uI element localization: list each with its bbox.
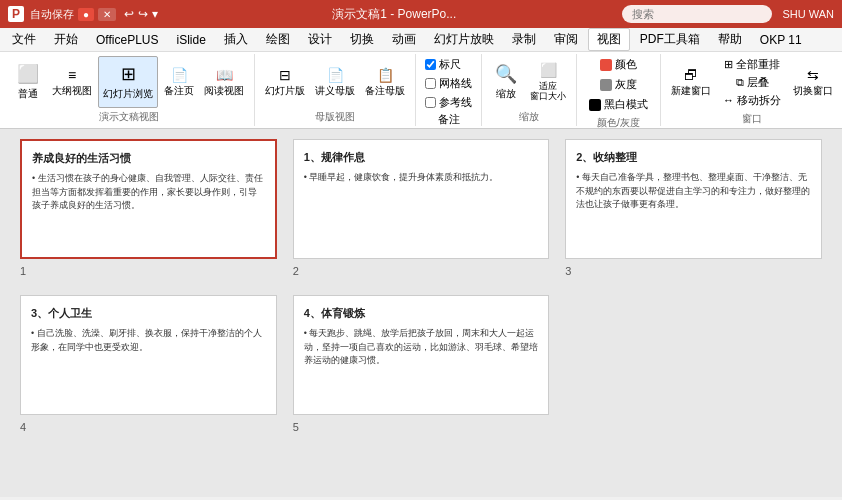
ribbon-content: ⬜ 普通 ≡ 大纲视图 ⊞ 幻灯片浏览 📄 备注页 📖 阅读视图 [0,52,842,128]
btn-notes[interactable]: 备注 [432,111,466,128]
btn-slide-sorter[interactable]: ⊞ 幻灯片浏览 [98,56,158,108]
group-label-master: 母版视图 [315,108,355,124]
color-swatch-black [589,99,601,111]
menu-okp[interactable]: OKP 11 [752,31,810,49]
slide-3-title: 2、收纳整理 [576,150,811,165]
group-label-window: 窗口 [742,110,762,126]
ribbon-group-color: 颜色 灰度 黑白模式 颜色/灰度 [577,54,661,126]
ribbon-group-master-views: ⊟ 幻灯片版 📄 讲义母版 📋 备注母版 母版视图 [255,54,416,126]
ribbon-group-window: 🗗 新建窗口 ⊞ 全部重排 ⧉ 层叠 ↔ [661,54,842,126]
ribbon-buttons-zoom: 🔍 缩放 ⬜ 适应窗口大小 [488,56,570,108]
btn-normal[interactable]: ⬜ 普通 [10,56,46,108]
ribbon-group-show: 标尺 网格线 参考线 备注 显示 [416,54,482,126]
menu-draw[interactable]: 绘图 [258,29,298,50]
color-swatch-red [600,59,612,71]
menu-officeplus[interactable]: OfficePLUS [88,31,166,49]
btn-zoom[interactable]: 🔍 缩放 [488,56,524,108]
handout-master-icon: 📄 [327,67,344,84]
notes-page-icon: 📄 [171,67,188,84]
move-split-icon: ↔ [723,94,734,107]
ribbon-group-zoom: 🔍 缩放 ⬜ 适应窗口大小 缩放 [482,54,577,126]
more-icon[interactable]: ▾ [152,7,158,21]
close-btn[interactable]: ✕ [98,8,116,21]
ruler-checkbox[interactable] [425,59,436,70]
btn-grayscale[interactable]: 灰度 [583,76,654,93]
btn-bw-mode[interactable]: 黑白模式 [583,96,654,113]
ribbon-buttons-views: ⬜ 普通 ≡ 大纲视图 ⊞ 幻灯片浏览 📄 备注页 📖 阅读视图 [10,56,248,108]
checkbox-guides[interactable]: 参考线 [422,94,475,111]
slide-4-body: • 自己洗脸、洗澡、刷牙排、换衣服，保持干净整洁的个人形象，在同学中也更受欢迎。 [31,327,266,354]
slide-2-title: 1、规律作息 [304,150,539,165]
slide-thumb-4[interactable]: 3、个人卫生 • 自己洗脸、洗澡、刷牙排、换衣服，保持干净整洁的个人形象，在同学… [20,295,277,415]
group-label-zoom: 缩放 [519,108,539,124]
outline-view-icon: ≡ [68,67,76,84]
slide-5-title: 4、体育锻炼 [304,306,539,321]
color-swatch-gray [600,79,612,91]
autosave-toggle[interactable]: ● [78,8,94,21]
title-bar: P 自动保存 ● ✕ ↩ ↪ ▾ 演示文稿1 - PowerPo... SHU … [0,0,842,28]
menu-transition[interactable]: 切换 [342,29,382,50]
btn-color[interactable]: 颜色 [583,56,654,73]
slide-master-icon: ⊟ [279,67,291,84]
switch-window-icon: ⇆ [807,67,819,84]
btn-new-window[interactable]: 🗗 新建窗口 [667,56,715,108]
guides-checkbox[interactable] [425,97,436,108]
btn-handout-master[interactable]: 📄 讲义母版 [311,56,359,108]
btn-fit-window[interactable]: ⬜ 适应窗口大小 [526,56,570,108]
slide-thumb-5[interactable]: 4、体育锻炼 • 每天跑步、跳绳、放学后把孩子放回，周末和大人一起运动，坚持一项… [293,295,550,415]
group-label-presentation: 演示文稿视图 [99,108,159,124]
undo-icon[interactable]: ↩ [124,7,134,21]
slide-5-body: • 每天跑步、跳绳、放学后把孩子放回，周末和大人一起运动，坚持一项自己喜欢的运动… [304,327,539,368]
menu-slideshow[interactable]: 幻灯片放映 [426,29,502,50]
username: SHU WAN [782,8,834,20]
slide-thumb-3[interactable]: 2、收纳整理 • 每天自己准备学具，整理书包、整理桌面、干净整洁、无不规约的东西… [565,139,822,259]
slide-4-title: 3、个人卫生 [31,306,266,321]
checkbox-ruler[interactable]: 标尺 [422,56,475,73]
zoom-icon: 🔍 [495,64,517,86]
slide-thumb-2[interactable]: 1、规律作息 • 早睡早起，健康饮食，提升身体素质和抵抗力。 [293,139,550,259]
btn-slide-master[interactable]: ⊟ 幻灯片版 [261,56,309,108]
cascade-icon: ⧉ [736,76,744,89]
slide-sorter-icon: ⊞ [121,64,136,86]
slide-wrapper-4: 3、个人卫生 • 自己洗脸、洗澡、刷牙排、换衣服，保持干净整洁的个人形象，在同学… [20,295,277,415]
btn-reading-view[interactable]: 📖 阅读视图 [200,56,248,108]
notes-master-icon: 📋 [377,67,394,84]
menu-review[interactable]: 审阅 [546,29,586,50]
slide-3-body: • 每天自己准备学具，整理书包、整理桌面、干净整洁、无不规约的东西要以帮促进自主… [576,171,811,212]
app-logo: P [8,6,24,22]
menu-pdf[interactable]: PDF工具箱 [632,29,708,50]
btn-move-split[interactable]: ↔ 移动拆分 [717,92,787,109]
btn-arrange-all[interactable]: ⊞ 全部重排 [717,56,787,73]
menu-design[interactable]: 设计 [300,29,340,50]
normal-view-icon: ⬜ [17,64,39,86]
slide-thumb-1[interactable]: 养成良好的生活习惯 • 生活习惯在孩子的身心健康、自我管理、人际交往、责任担当等… [20,139,277,259]
menu-animation[interactable]: 动画 [384,29,424,50]
menu-help[interactable]: 帮助 [710,29,750,50]
checkbox-grid[interactable]: 网格线 [422,75,475,92]
btn-outline-view[interactable]: ≡ 大纲视图 [48,56,96,108]
btn-notes-master[interactable]: 📋 备注母版 [361,56,409,108]
filename-title: 演示文稿1 - PowerPo... [166,6,622,23]
slide-wrapper-3: 2、收纳整理 • 每天自己准备学具，整理书包、整理桌面、干净整洁、无不规约的东西… [565,139,822,259]
grid-checkbox[interactable] [425,78,436,89]
redo-icon[interactable]: ↪ [138,7,148,21]
slide-5-number: 5 [293,421,299,433]
fit-window-icon: ⬜ [540,62,557,79]
slide-wrapper-1: 养成良好的生活习惯 • 生活习惯在孩子的身心健康、自我管理、人际交往、责任担当等… [20,139,277,259]
autosave-label: 自动保存 [30,7,74,22]
slide-2-body: • 早睡早起，健康饮食，提升身体素质和抵抗力。 [304,171,539,185]
menu-record[interactable]: 录制 [504,29,544,50]
btn-switch-window[interactable]: ⇆ 切换窗口 [789,56,837,108]
menu-view[interactable]: 视图 [588,28,630,51]
menu-bar: 文件 开始 OfficePLUS iSlide 插入 绘图 设计 切换 动画 幻… [0,28,842,52]
menu-insert[interactable]: 插入 [216,29,256,50]
btn-cascade[interactable]: ⧉ 层叠 [717,74,787,91]
menu-start[interactable]: 开始 [46,29,86,50]
btn-notes-page[interactable]: 📄 备注页 [160,56,198,108]
search-input[interactable] [622,5,772,23]
menu-islide[interactable]: iSlide [168,31,213,49]
ribbon-group-presentation-views: ⬜ 普通 ≡ 大纲视图 ⊞ 幻灯片浏览 📄 备注页 📖 阅读视图 [4,54,255,126]
menu-file[interactable]: 文件 [4,29,44,50]
ribbon: ⬜ 普通 ≡ 大纲视图 ⊞ 幻灯片浏览 📄 备注页 📖 阅读视图 [0,52,842,129]
slide-3-number: 3 [565,265,571,277]
